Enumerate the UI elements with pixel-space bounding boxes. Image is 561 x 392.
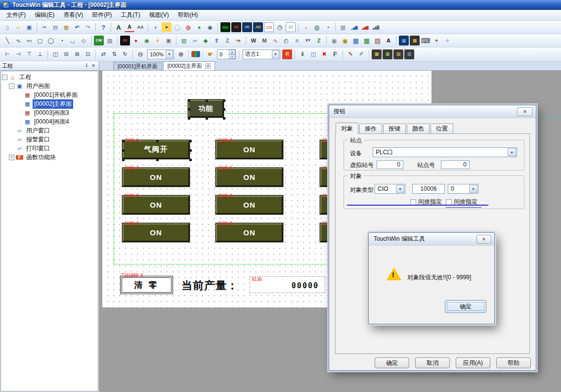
menu-item[interactable]: 视图(V): [145, 9, 173, 21]
hmi-function-button[interactable]: 功能: [188, 100, 223, 117]
hand-icon[interactable]: ☛: [206, 49, 216, 59]
menu-item[interactable]: 查看(V): [59, 9, 87, 21]
help-icon[interactable]: ?: [98, 22, 108, 32]
simulate-icon[interactable]: ◫: [308, 49, 318, 59]
selection-handles[interactable]: [188, 99, 190, 102]
separator[interactable]: [369, 50, 369, 59]
tree-item[interactable]: - ▣ 用户画面: [1, 82, 98, 90]
separator[interactable]: [326, 36, 327, 45]
align-top-icon[interactable]: ⊤: [24, 49, 34, 59]
separator[interactable]: [95, 50, 96, 59]
tool-star2-icon[interactable]: ✧: [442, 36, 452, 45]
table-dark-icon[interactable]: ▦: [410, 36, 420, 45]
probe-icon[interactable]: ✎: [345, 49, 355, 59]
paste-icon[interactable]: ▦: [61, 22, 71, 32]
tab-operation[interactable]: 操作: [359, 124, 382, 133]
separator[interactable]: [343, 50, 343, 59]
hmi-button[interactable]: 2100 0 ON: [216, 168, 283, 186]
separator[interactable]: [203, 50, 203, 59]
tree-item[interactable]: ▱ 打印窗口: [1, 144, 98, 153]
indicator-red-icon[interactable]: ●: [131, 36, 141, 45]
separator[interactable]: [37, 23, 37, 32]
tree-item[interactable]: ▦ [00004]画面4: [1, 117, 98, 126]
flip-v-icon[interactable]: ⇅: [109, 49, 119, 59]
tree-expander-icon[interactable]: +: [9, 155, 14, 160]
level-icon[interactable]: ≡: [292, 36, 302, 45]
hmi-button[interactable]: 2100 0 ON: [123, 196, 189, 214]
probe2-icon[interactable]: ✐: [356, 49, 366, 59]
object-bit-combobox[interactable]: 0 ▼: [448, 184, 478, 194]
line-icon[interactable]: ╲: [2, 36, 12, 45]
menu-item[interactable]: 部件(P): [87, 9, 116, 21]
separator[interactable]: [47, 50, 48, 59]
touch-area-icon[interactable]: ➤: [162, 22, 172, 32]
same-height-icon[interactable]: ⊟: [61, 49, 71, 59]
roundrect-icon[interactable]: ▢: [35, 36, 45, 45]
separator[interactable]: [132, 50, 133, 59]
tab-object[interactable]: 对象: [336, 123, 358, 134]
touch-value-spinner[interactable]: 0 ▲▼: [217, 49, 236, 59]
zoom-combobox[interactable]: 100% ▼: [147, 49, 174, 59]
hmi-button[interactable]: 2100 0 ON: [123, 168, 189, 186]
align-bottom-icon[interactable]: ⊥: [35, 49, 45, 59]
tree-expander-icon[interactable]: -: [2, 75, 7, 80]
msgbox-ok-button[interactable]: 确定: [445, 300, 486, 313]
checkbox-icon[interactable]: [410, 199, 416, 205]
indicator-green-icon[interactable]: ◉: [142, 36, 152, 45]
text-multi-icon[interactable]: AA: [135, 22, 145, 32]
save-icon[interactable]: ▣: [24, 22, 34, 32]
separator[interactable]: [95, 23, 96, 32]
disc-gold-icon[interactable]: ◉: [340, 36, 350, 45]
undo-icon[interactable]: ↶: [72, 22, 82, 32]
data-display-icon[interactable]: 00: [242, 22, 252, 32]
dropdown-arrow-icon[interactable]: ▼: [508, 148, 516, 156]
disc-icon[interactable]: ◉: [329, 36, 339, 45]
apply-button[interactable]: 应用(A): [456, 357, 490, 368]
redo-icon[interactable]: ↷: [83, 22, 93, 32]
shield-icon[interactable]: ◆: [201, 36, 211, 45]
cancel-button[interactable]: 取消: [415, 357, 450, 368]
cm-icon[interactable]: CM: [94, 36, 104, 45]
object-address-input[interactable]: 10006: [412, 184, 445, 194]
ellipse-icon[interactable]: ◯: [46, 36, 56, 45]
separator[interactable]: [111, 23, 111, 32]
tree-item[interactable]: + F 函数功能块: [1, 153, 98, 162]
color-palette-icon[interactable]: [191, 51, 200, 57]
push-button-icon[interactable]: ▣: [164, 36, 173, 45]
bar-chart-red-icon[interactable]: ▂▅▇: [360, 22, 370, 32]
clock-icon[interactable]: ◷: [275, 22, 285, 32]
tree-item[interactable]: ▦ [00003]画面3: [1, 108, 98, 117]
same-width-icon[interactable]: ◫: [50, 49, 60, 59]
z-order-icon[interactable]: Z: [222, 36, 232, 45]
earth-icon[interactable]: ◔: [323, 22, 333, 32]
led-display-icon[interactable]: 888: [220, 22, 230, 32]
dropdown-arrow-icon[interactable]: ▼: [396, 185, 404, 193]
hatch-icon[interactable]: ▨: [105, 36, 115, 45]
text-display-icon[interactable]: AB: [253, 22, 263, 32]
move-icon[interactable]: M: [259, 36, 269, 45]
scale-icon[interactable]: ▥: [338, 22, 348, 32]
zoom-in-icon[interactable]: ⊕: [176, 49, 186, 59]
hmi-button[interactable]: 2100 0 气阀开: [123, 140, 189, 159]
grid-green-icon[interactable]: ▦: [362, 36, 372, 45]
spinner-up-icon[interactable]: ▲: [229, 50, 235, 54]
trend-chart-icon[interactable]: ∿: [270, 36, 280, 45]
table-blue-icon[interactable]: ▦: [399, 36, 409, 45]
separator[interactable]: [295, 50, 295, 59]
align-left-icon[interactable]: ⊢: [2, 49, 12, 59]
panel-close-icon[interactable]: ✕: [90, 62, 97, 69]
alarm-clock-icon[interactable]: ◴: [281, 36, 291, 45]
separator[interactable]: [148, 23, 148, 32]
menu-item[interactable]: 编辑(E): [30, 9, 59, 21]
tree-expander-icon[interactable]: -: [9, 84, 14, 89]
separator[interactable]: [298, 23, 299, 32]
picture-icon[interactable]: ▧: [179, 36, 189, 45]
tab-keys[interactable]: 按键: [383, 124, 406, 133]
download-icon[interactable]: ⇓: [298, 49, 307, 59]
zoom-out-icon[interactable]: ⊖: [135, 49, 145, 59]
station-number-input[interactable]: 0: [441, 160, 470, 169]
font-block-icon[interactable]: A: [384, 36, 393, 45]
message-box-close-button[interactable]: ✕: [476, 235, 491, 244]
tab-position[interactable]: 位置: [431, 124, 453, 133]
rotate-icon[interactable]: ↻: [120, 49, 130, 59]
